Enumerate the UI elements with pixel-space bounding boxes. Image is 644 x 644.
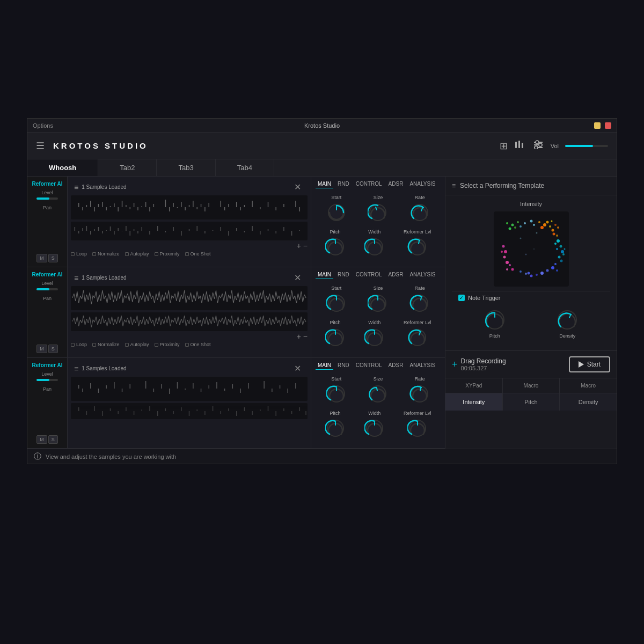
grid-view-icon[interactable]: ⊞ bbox=[500, 140, 508, 152]
tab-control-3[interactable]: CONTROL bbox=[354, 361, 384, 370]
reformer-3-size-knob[interactable] bbox=[368, 384, 388, 404]
macro-btn-intensity[interactable]: Intensity bbox=[445, 393, 503, 411]
svg-rect-2 bbox=[522, 143, 523, 148]
reformer-1-width-knob[interactable] bbox=[364, 237, 385, 257]
reformer-2-rate-knob[interactable] bbox=[409, 293, 430, 313]
reformer-2-size-knob[interactable] bbox=[368, 293, 388, 313]
reformer-1-m-button[interactable]: M bbox=[36, 254, 47, 262]
right-density-knob[interactable] bbox=[556, 309, 579, 331]
tab-main-2[interactable]: MAIN bbox=[316, 270, 333, 279]
svg-point-194 bbox=[540, 226, 544, 229]
reformer-1-start-knob[interactable] bbox=[326, 202, 347, 223]
reformer-3-level-label: Level bbox=[41, 371, 53, 377]
minimize-button[interactable] bbox=[594, 122, 601, 129]
options-menu[interactable]: Options bbox=[33, 122, 53, 129]
reformer-2-loop[interactable]: Loop bbox=[71, 342, 87, 347]
tab-whoosh[interactable]: Whoosh bbox=[27, 159, 98, 176]
tab-analysis-1[interactable]: ANALYSIS bbox=[407, 180, 437, 188]
tab-main-1[interactable]: MAIN bbox=[316, 180, 333, 188]
tab-2[interactable]: Tab2 bbox=[98, 159, 157, 176]
tab-adsr-2[interactable]: ADSR bbox=[386, 270, 406, 279]
vol-slider[interactable] bbox=[565, 145, 608, 147]
reformer-3-start-knob[interactable] bbox=[326, 384, 347, 404]
reformer-1-reformerlvl-knob[interactable] bbox=[407, 237, 428, 257]
reformer-1-normalize-check[interactable]: Normalize bbox=[92, 251, 120, 257]
svg-point-212 bbox=[551, 266, 554, 269]
reformer-3-pitch-knob[interactable] bbox=[325, 418, 346, 438]
reformer-1-proximity-check[interactable]: Proximity bbox=[155, 251, 180, 257]
macro-tab-xypad[interactable]: XYPad bbox=[445, 378, 503, 393]
reformer-2-start-knob-group: Start bbox=[326, 286, 347, 313]
reformer-3-label: Reformer AI bbox=[32, 362, 63, 368]
reformer-1-oneshot-check[interactable]: One Shot bbox=[185, 251, 211, 257]
menu-icon[interactable]: ☰ bbox=[36, 140, 45, 152]
reformer-2-level-bar[interactable] bbox=[36, 288, 58, 290]
macro-btn-density[interactable]: Density bbox=[560, 393, 617, 411]
macro-tab-macro-2[interactable]: Macro bbox=[560, 378, 617, 393]
reformer-1-size-knob[interactable] bbox=[368, 202, 388, 223]
reformer-2-plus-minus: + − bbox=[71, 332, 308, 341]
reformer-3-rate-knob[interactable] bbox=[409, 384, 430, 404]
reformer-3-menu-icon[interactable]: ≡ bbox=[74, 364, 78, 373]
reformer-2-waveform-top: for(let i=2;i<=298;i+=2){ const h=Math.r… bbox=[71, 286, 308, 310]
reformer-1-plus-minus: + − bbox=[71, 241, 308, 250]
reformer-2-normalize[interactable]: Normalize bbox=[92, 342, 120, 347]
equalizer-icon[interactable] bbox=[514, 140, 526, 152]
close-button[interactable] bbox=[605, 122, 611, 129]
right-pitch-knob[interactable] bbox=[484, 309, 506, 331]
note-trigger-checkbox[interactable]: ✓ bbox=[458, 295, 465, 301]
tab-adsr-1[interactable]: ADSR bbox=[386, 180, 406, 188]
reformer-1-level-bar[interactable] bbox=[36, 197, 58, 200]
reformer-3-m-button[interactable]: M bbox=[36, 435, 47, 444]
reformer-3-width-knob[interactable] bbox=[364, 418, 385, 438]
reformer-2-knobs-row1: Start Size bbox=[316, 286, 441, 313]
reformer-1-s-button[interactable]: S bbox=[48, 254, 58, 262]
reformer-1-minus-btn[interactable]: − bbox=[303, 241, 308, 250]
tab-rnd-2[interactable]: RND bbox=[335, 270, 352, 279]
reformer-2-m-button[interactable]: M bbox=[36, 345, 47, 353]
reformer-2-start-knob[interactable] bbox=[326, 293, 347, 313]
reformer-3-reformerlvl-knob[interactable] bbox=[407, 418, 428, 438]
reformer-2-autoplay[interactable]: Autoplay bbox=[125, 342, 149, 347]
reformer-2-reformerlvl-knob[interactable] bbox=[407, 327, 428, 348]
reformer-1-close-btn[interactable]: ✕ bbox=[291, 181, 304, 193]
vol-slider-container bbox=[565, 145, 608, 147]
reformer-1-pitch-knob[interactable] bbox=[325, 237, 346, 257]
reformer-2-minus-btn[interactable]: − bbox=[303, 332, 308, 341]
reformer-2-close-btn[interactable]: ✕ bbox=[291, 272, 304, 284]
reformer-1-autoplay-check[interactable]: Autoplay bbox=[125, 251, 149, 257]
reformer-1-rate-knob[interactable] bbox=[409, 202, 430, 223]
tab-main-3[interactable]: MAIN bbox=[316, 361, 333, 370]
drag-recording-label: Drag Recording bbox=[461, 357, 506, 365]
tab-analysis-2[interactable]: ANALYSIS bbox=[407, 270, 437, 279]
macro-tab-macro-1[interactable]: Macro bbox=[503, 378, 560, 393]
mixer-icon[interactable] bbox=[532, 140, 544, 152]
macro-btn-pitch[interactable]: Pitch bbox=[503, 393, 560, 411]
start-button[interactable]: Start bbox=[569, 356, 610, 372]
reformer-3-s-button[interactable]: S bbox=[48, 435, 58, 444]
reformer-1-menu-icon[interactable]: ≡ bbox=[74, 183, 78, 192]
reformer-2-plus-btn[interactable]: + bbox=[297, 332, 301, 341]
reformer-1-waveform-section: ≡ 1 Samples Loaded ✕ bbox=[68, 177, 311, 267]
tab-analysis-3[interactable]: ANALYSIS bbox=[407, 361, 437, 370]
reformer-3-ms-buttons: M S bbox=[36, 435, 58, 444]
reformer-2-s-button[interactable]: S bbox=[48, 345, 58, 353]
reformer-1-plus-btn[interactable]: + bbox=[297, 241, 301, 250]
tab-rnd-3[interactable]: RND bbox=[335, 361, 352, 370]
reformer-1-loop-check[interactable]: Loop bbox=[71, 251, 87, 257]
right-panel-menu-icon[interactable]: ≡ bbox=[452, 182, 456, 189]
reformer-2-menu-icon[interactable]: ≡ bbox=[74, 274, 78, 282]
reformer-3-waveform-display-top bbox=[71, 377, 308, 401]
tab-rnd-1[interactable]: RND bbox=[335, 180, 352, 188]
tab-control-2[interactable]: CONTROL bbox=[354, 270, 384, 279]
reformer-2-pitch-knob[interactable] bbox=[325, 327, 346, 348]
reformer-3-close-btn[interactable]: ✕ bbox=[291, 362, 304, 375]
tab-3[interactable]: Tab3 bbox=[157, 159, 215, 176]
tab-adsr-3[interactable]: ADSR bbox=[386, 361, 406, 370]
reformer-3-level-bar[interactable] bbox=[36, 379, 58, 381]
tab-4[interactable]: Tab4 bbox=[216, 159, 274, 176]
tab-control-1[interactable]: CONTROL bbox=[354, 180, 384, 188]
reformer-2-oneshot[interactable]: One Shot bbox=[185, 342, 211, 347]
reformer-2-width-knob[interactable] bbox=[364, 327, 385, 348]
reformer-2-proximity[interactable]: Proximity bbox=[155, 342, 180, 347]
